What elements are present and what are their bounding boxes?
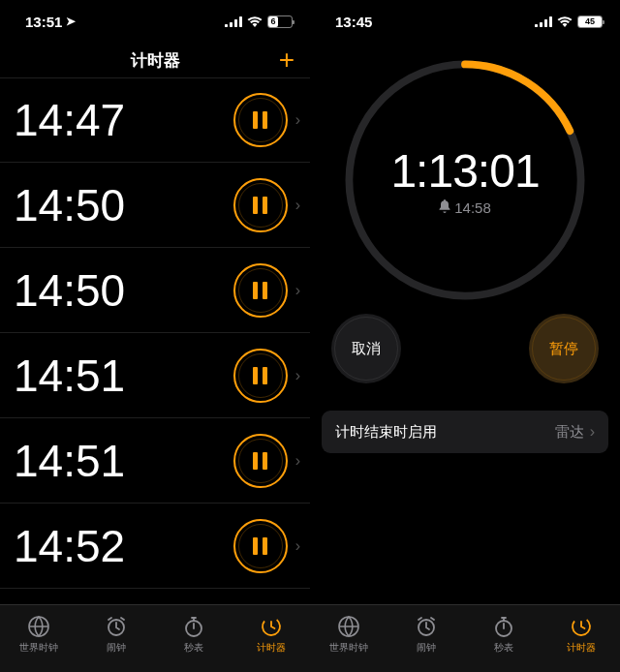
pause-icon bbox=[253, 537, 267, 555]
status-bar: 13:45 45 bbox=[310, 0, 620, 43]
timer-time: 14:51 bbox=[14, 350, 233, 402]
sound-value: 雷达 bbox=[555, 423, 584, 442]
svg-rect-11 bbox=[549, 16, 552, 27]
timer-icon bbox=[259, 614, 284, 639]
chevron-right-icon: › bbox=[295, 452, 300, 470]
chevron-right-icon: › bbox=[295, 197, 300, 214]
tab-world-clock[interactable]: 世界时钟 bbox=[0, 605, 78, 662]
pause-icon bbox=[253, 197, 267, 214]
timer-list: 14:47›14:50›14:50›14:51›14:51›14:52› bbox=[0, 77, 310, 604]
wifi-icon bbox=[247, 14, 263, 30]
countdown-remaining: 1:13:01 bbox=[390, 144, 539, 198]
pause-button[interactable]: 暂停 bbox=[529, 314, 599, 383]
chevron-right-icon: › bbox=[295, 367, 300, 384]
tab-label: 秒表 bbox=[184, 641, 203, 655]
timer-time: 14:52 bbox=[14, 520, 233, 572]
phone-right: 13:45 45 1:13:01 bbox=[310, 0, 620, 672]
chevron-right-icon: › bbox=[295, 537, 300, 555]
svg-rect-9 bbox=[540, 22, 542, 27]
world-clock-icon bbox=[336, 614, 361, 639]
battery-level: 45 bbox=[578, 16, 602, 27]
pause-timer-button[interactable] bbox=[233, 519, 288, 573]
tab-alarm[interactable]: 闹钟 bbox=[78, 605, 155, 662]
chevron-right-icon: › bbox=[590, 423, 595, 441]
battery-level: 6 bbox=[268, 16, 278, 27]
pause-icon bbox=[253, 367, 267, 384]
timer-row[interactable]: 14:52› bbox=[0, 504, 310, 589]
tab-bar-left: 世界时钟闹钟秒表计时器 bbox=[0, 604, 310, 672]
chevron-right-icon: › bbox=[295, 111, 300, 129]
wifi-icon bbox=[557, 14, 573, 30]
tab-label: 闹钟 bbox=[417, 641, 436, 655]
tab-timer[interactable]: 计时器 bbox=[542, 605, 620, 662]
cancel-button[interactable]: 取消 bbox=[331, 314, 401, 383]
alarm-icon bbox=[104, 614, 129, 639]
tab-label: 世界时钟 bbox=[329, 641, 368, 655]
tab-label: 闹钟 bbox=[107, 641, 126, 655]
timer-row[interactable]: 14:50› bbox=[0, 163, 310, 248]
tab-label: 计时器 bbox=[257, 641, 286, 655]
svg-rect-10 bbox=[544, 19, 547, 27]
tab-timer[interactable]: 计时器 bbox=[232, 605, 310, 662]
pause-timer-button[interactable] bbox=[233, 349, 288, 403]
svg-rect-8 bbox=[535, 24, 538, 27]
countdown-area: 1:13:01 14:58 取消 暂停 计时结束时启用 雷达 › bbox=[310, 43, 620, 604]
tab-stopwatch[interactable]: 秒表 bbox=[155, 605, 232, 662]
add-timer-button[interactable]: + bbox=[279, 46, 294, 74]
bell-icon bbox=[439, 199, 450, 216]
timer-time: 14:47 bbox=[14, 94, 233, 146]
pause-icon bbox=[253, 452, 267, 470]
pause-timer-button[interactable] bbox=[233, 93, 288, 147]
timer-row[interactable]: 14:51› bbox=[0, 418, 310, 504]
status-time: 13:45 bbox=[335, 14, 372, 30]
timer-time: 14:51 bbox=[14, 435, 233, 487]
status-time: 13:51 bbox=[25, 14, 62, 30]
timer-icon bbox=[569, 614, 594, 639]
countdown-dial: 1:13:01 14:58 bbox=[339, 54, 591, 306]
timer-row[interactable]: 14:50› bbox=[0, 248, 310, 333]
world-clock-icon bbox=[26, 614, 51, 639]
countdown-end-time: 14:58 bbox=[439, 199, 491, 216]
svg-rect-1 bbox=[230, 22, 232, 27]
svg-rect-3 bbox=[239, 16, 242, 27]
page-header: 计时器 + bbox=[0, 43, 310, 77]
tab-label: 秒表 bbox=[494, 641, 513, 655]
signal-icon bbox=[225, 14, 242, 30]
stopwatch-icon bbox=[491, 614, 516, 639]
chevron-right-icon: › bbox=[295, 282, 300, 299]
signal-icon bbox=[535, 14, 552, 30]
sound-label: 计时结束时启用 bbox=[335, 423, 555, 442]
location-icon: ➤ bbox=[66, 15, 76, 28]
tab-label: 世界时钟 bbox=[19, 641, 58, 655]
timer-time: 14:50 bbox=[14, 264, 233, 317]
battery-indicator: 6 bbox=[267, 15, 293, 28]
phone-left: 13:51 ➤ 6 计时器 + 14:47›14:50›14:50›14:51›… bbox=[0, 0, 310, 672]
pause-icon bbox=[253, 111, 267, 129]
timer-row[interactable]: 14:51› bbox=[0, 333, 310, 418]
svg-rect-2 bbox=[234, 19, 237, 27]
timer-row[interactable]: 14:47› bbox=[0, 77, 310, 163]
tab-label: 计时器 bbox=[567, 641, 596, 655]
page-title: 计时器 bbox=[131, 49, 180, 72]
battery-indicator: 45 bbox=[577, 15, 603, 28]
tab-bar-right: 世界时钟闹钟秒表计时器 bbox=[310, 604, 620, 672]
timer-time: 14:50 bbox=[14, 179, 233, 231]
pause-icon bbox=[253, 282, 267, 299]
tab-alarm[interactable]: 闹钟 bbox=[388, 605, 465, 662]
svg-rect-0 bbox=[225, 24, 228, 27]
when-timer-ends-row[interactable]: 计时结束时启用 雷达 › bbox=[322, 411, 608, 453]
stopwatch-icon bbox=[181, 614, 206, 639]
pause-timer-button[interactable] bbox=[233, 263, 288, 318]
pause-timer-button[interactable] bbox=[233, 178, 288, 232]
tab-world-clock[interactable]: 世界时钟 bbox=[310, 605, 388, 662]
tab-stopwatch[interactable]: 秒表 bbox=[465, 605, 542, 662]
alarm-icon bbox=[414, 614, 439, 639]
status-bar: 13:51 ➤ 6 bbox=[0, 0, 310, 43]
pause-timer-button[interactable] bbox=[233, 434, 288, 488]
